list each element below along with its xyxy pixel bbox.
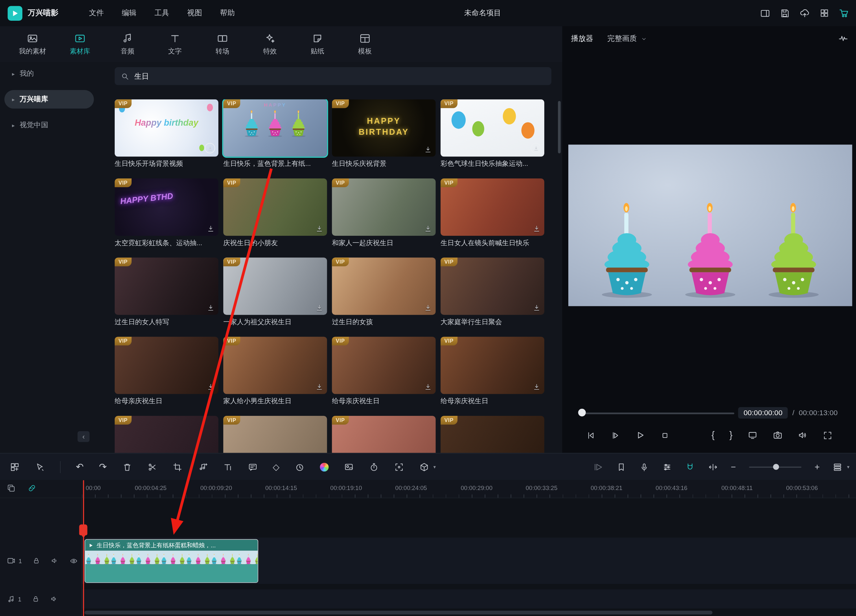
- stock-item[interactable]: VIP: [332, 416, 436, 453]
- split-scissors-icon[interactable]: [147, 462, 157, 472]
- menu-tools[interactable]: 工具: [154, 8, 169, 18]
- selected-thumbnail[interactable]: HAPPY VIP: [223, 100, 327, 157]
- play-button[interactable]: [635, 430, 645, 441]
- sidebar-item-mine[interactable]: ▸ 我的: [4, 65, 94, 83]
- display-mirror-icon[interactable]: [747, 430, 757, 441]
- timeline-zoom-slider[interactable]: [749, 466, 802, 467]
- link-clips-icon[interactable]: [27, 484, 37, 493]
- stock-item[interactable]: VIP 过生日的女孩: [332, 258, 436, 327]
- motion-track-icon[interactable]: [394, 462, 404, 472]
- stock-item[interactable]: VIP: [440, 416, 544, 453]
- timeline-ruler[interactable]: 00:00 00:00:04:25 00:00:09:20 00:00:14:1…: [0, 480, 856, 498]
- beat-detect-icon[interactable]: [197, 462, 207, 472]
- next-frame-button[interactable]: [610, 430, 620, 440]
- sidebar-collapse-button[interactable]: ‹: [77, 431, 89, 442]
- search-input[interactable]: [134, 72, 546, 80]
- hide-eye-icon[interactable]: [69, 556, 78, 565]
- mute-speaker-icon[interactable]: [51, 557, 59, 565]
- subtitle-tool-icon[interactable]: [248, 462, 257, 472]
- menu-help[interactable]: 帮助: [220, 8, 235, 18]
- download-button[interactable]: [316, 383, 323, 391]
- grid-scrollbar[interactable]: [558, 101, 560, 154]
- stock-item[interactable]: VIP 过生日的女人特写: [115, 258, 219, 327]
- cart-icon[interactable]: [839, 8, 850, 19]
- transform-3d-icon[interactable]: [419, 462, 429, 472]
- sidebar-item-visual-china[interactable]: ▸ 视觉中国: [4, 116, 94, 134]
- snapshot-camera-icon[interactable]: [773, 430, 783, 441]
- keyframe-icon[interactable]: ◇: [273, 462, 280, 472]
- audio-mixer-icon[interactable]: [662, 462, 672, 472]
- tab-templates[interactable]: 模板: [341, 28, 389, 61]
- stock-item[interactable]: VIP 生日女人在镜头前喊生日快乐: [440, 178, 544, 248]
- delete-icon[interactable]: [122, 462, 132, 472]
- download-button[interactable]: [316, 225, 323, 232]
- tab-stock-library[interactable]: 素材库: [56, 28, 104, 61]
- download-button[interactable]: [424, 304, 432, 312]
- download-button[interactable]: [207, 383, 215, 391]
- stock-item[interactable]: VIP 家人给小男生庆祝生日: [223, 337, 327, 406]
- download-button[interactable]: [205, 143, 215, 153]
- tab-my-media[interactable]: 我的素材: [9, 28, 56, 61]
- download-button[interactable]: [316, 304, 323, 312]
- stock-item[interactable]: VIP 庆祝生日的小朋友: [223, 178, 327, 248]
- stock-item[interactable]: VIP 和家人一起庆祝生日: [332, 178, 436, 248]
- menu-view[interactable]: 视图: [187, 8, 202, 18]
- stock-item[interactable]: VIP: [115, 416, 219, 453]
- sidebar-item-stock[interactable]: ▸ 万兴喵库: [4, 90, 94, 109]
- manage-tracks-icon[interactable]: [6, 484, 16, 493]
- audio-track-lane[interactable]: [82, 590, 856, 608]
- download-button[interactable]: [424, 225, 432, 232]
- timeline-scrollbar[interactable]: [85, 611, 713, 615]
- save-icon[interactable]: [779, 8, 790, 18]
- voiceover-mic-icon[interactable]: [639, 462, 649, 472]
- previous-frame-button[interactable]: [586, 430, 596, 440]
- stock-item[interactable]: VIP 给母亲庆祝生日: [332, 337, 436, 406]
- seek-handle[interactable]: [578, 409, 586, 416]
- media-manager-icon[interactable]: [10, 462, 20, 472]
- redo-icon[interactable]: ↷: [99, 461, 106, 473]
- auto-ripple-icon[interactable]: [708, 462, 717, 472]
- stock-item[interactable]: HAPPY VIP 生日快乐，蓝色背景上有纸...: [223, 100, 327, 169]
- render-preview-icon[interactable]: [593, 462, 603, 472]
- stock-item[interactable]: VIP 给母亲庆祝生日: [115, 337, 219, 406]
- tab-transitions[interactable]: 转场: [199, 28, 246, 61]
- stop-button[interactable]: [660, 430, 670, 440]
- scope-icon[interactable]: [838, 33, 848, 44]
- stock-item[interactable]: VIP 大家庭举行生日聚会: [440, 258, 544, 327]
- timer-icon[interactable]: [369, 462, 379, 472]
- stock-item[interactable]: HAPPY BTHD VIP 太空霓虹彩虹线条、运动抽...: [115, 178, 219, 248]
- tab-audio[interactable]: 音频: [104, 28, 151, 61]
- seek-bar[interactable]: [579, 413, 734, 414]
- chroma-key-icon[interactable]: [344, 462, 354, 472]
- mute-speaker-icon[interactable]: [50, 595, 59, 603]
- quality-dropdown[interactable]: 完整画质: [608, 34, 647, 43]
- playhead-grip[interactable]: [79, 524, 87, 535]
- lock-icon[interactable]: [32, 557, 40, 565]
- zoom-slider-knob[interactable]: [773, 464, 779, 470]
- search-bar[interactable]: [115, 67, 551, 85]
- zoom-out-button[interactable]: −: [731, 462, 736, 472]
- stock-item[interactable]: VIP 彩色气球生日快乐抽象运动...: [440, 100, 544, 169]
- download-button[interactable]: [424, 383, 432, 391]
- undo-icon[interactable]: ↶: [76, 461, 83, 473]
- workspace-grid-icon[interactable]: [819, 8, 829, 18]
- stock-item[interactable]: HAPPY BIRTHDAY VIP 生日快乐庆祝背景: [332, 100, 436, 169]
- crop-icon[interactable]: [172, 462, 182, 472]
- menu-edit[interactable]: 编辑: [122, 8, 136, 18]
- fullscreen-icon[interactable]: [823, 430, 832, 440]
- snap-magnet-icon[interactable]: [685, 462, 694, 472]
- color-correction-icon[interactable]: [320, 462, 328, 471]
- download-button[interactable]: [533, 383, 541, 391]
- cloud-upload-icon[interactable]: [799, 8, 810, 19]
- menu-file[interactable]: 文件: [89, 8, 104, 18]
- track-height-icon[interactable]: [833, 462, 842, 472]
- mark-out-button[interactable]: }: [729, 430, 733, 440]
- stock-item[interactable]: VIP 一家人为祖父庆祝生日: [223, 258, 327, 327]
- stock-item[interactable]: Happy birthday VIP 生日快乐开场背景视频: [115, 100, 219, 169]
- speed-icon[interactable]: [295, 462, 305, 472]
- timeline-clip[interactable]: 生日快乐，蓝色背景上有纸杯蛋糕和蜡烛，...: [85, 539, 258, 583]
- stock-item[interactable]: VIP: [223, 416, 327, 453]
- download-button[interactable]: [533, 225, 541, 232]
- lock-icon[interactable]: [32, 595, 40, 603]
- marker-icon[interactable]: [616, 462, 626, 472]
